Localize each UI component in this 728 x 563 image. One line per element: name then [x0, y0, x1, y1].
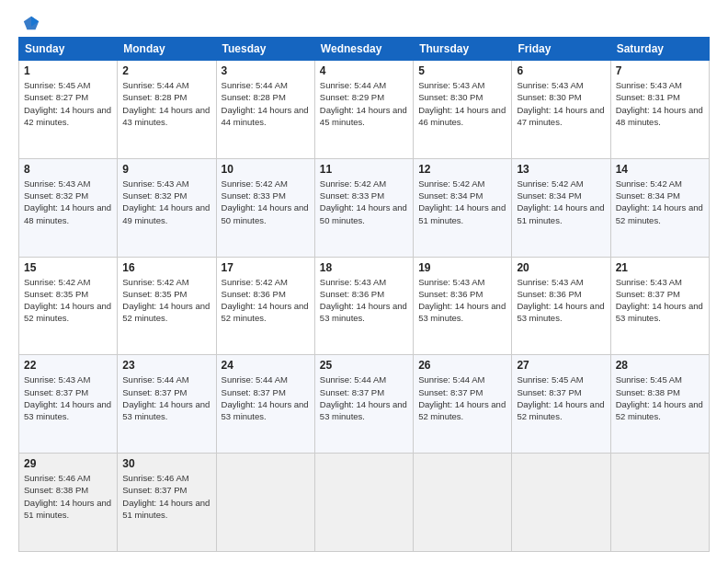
day-info: Sunrise: 5:42 AM Sunset: 8:35 PM Dayligh…: [24, 276, 112, 325]
day-number: 25: [320, 359, 408, 372]
calendar-cell: 15 Sunrise: 5:42 AM Sunset: 8:35 PM Dayl…: [19, 257, 118, 355]
day-number: 27: [517, 359, 605, 372]
calendar-body: 1 Sunrise: 5:45 AM Sunset: 8:27 PM Dayli…: [19, 61, 710, 552]
day-info: Sunrise: 5:43 AM Sunset: 8:36 PM Dayligh…: [418, 276, 506, 325]
day-info: Sunrise: 5:44 AM Sunset: 8:29 PM Dayligh…: [320, 79, 408, 128]
day-number: 19: [418, 261, 506, 274]
day-info: Sunrise: 5:42 AM Sunset: 8:34 PM Dayligh…: [517, 178, 605, 226]
day-number: 7: [616, 64, 704, 77]
calendar-cell: 20 Sunrise: 5:43 AM Sunset: 8:36 PM Dayl…: [512, 257, 610, 355]
logo-flag-icon: [22, 15, 40, 33]
calendar-cell: [414, 454, 512, 552]
calendar-cell: 6 Sunrise: 5:43 AM Sunset: 8:30 PM Dayli…: [512, 61, 610, 159]
day-info: Sunrise: 5:43 AM Sunset: 8:30 PM Dayligh…: [418, 79, 506, 128]
calendar-cell: 16 Sunrise: 5:42 AM Sunset: 8:35 PM Dayl…: [118, 257, 216, 355]
day-info: Sunrise: 5:43 AM Sunset: 8:36 PM Dayligh…: [517, 276, 605, 325]
day-info: Sunrise: 5:42 AM Sunset: 8:36 PM Dayligh…: [222, 276, 310, 325]
calendar-cell: 12 Sunrise: 5:42 AM Sunset: 8:34 PM Dayl…: [414, 158, 512, 257]
day-info: Sunrise: 5:42 AM Sunset: 8:34 PM Dayligh…: [616, 178, 704, 226]
day-info: Sunrise: 5:44 AM Sunset: 8:28 PM Dayligh…: [222, 79, 310, 128]
day-number: 30: [122, 457, 210, 470]
calendar-table: SundayMondayTuesdayWednesdayThursdayFrid…: [18, 37, 710, 552]
calendar-week-2: 8 Sunrise: 5:43 AM Sunset: 8:32 PM Dayli…: [19, 158, 710, 257]
day-number: 11: [320, 163, 408, 176]
calendar-cell: 29 Sunrise: 5:46 AM Sunset: 8:38 PM Dayl…: [19, 454, 118, 552]
calendar-week-1: 1 Sunrise: 5:45 AM Sunset: 8:27 PM Dayli…: [19, 61, 710, 159]
day-info: Sunrise: 5:43 AM Sunset: 8:37 PM Dayligh…: [24, 373, 112, 422]
page: SundayMondayTuesdayWednesdayThursdayFrid…: [0, 0, 728, 563]
day-info: Sunrise: 5:42 AM Sunset: 8:35 PM Dayligh…: [122, 276, 210, 325]
calendar-cell: 23 Sunrise: 5:44 AM Sunset: 8:37 PM Dayl…: [118, 355, 216, 454]
day-info: Sunrise: 5:43 AM Sunset: 8:32 PM Dayligh…: [24, 178, 112, 226]
day-info: Sunrise: 5:42 AM Sunset: 8:33 PM Dayligh…: [222, 178, 310, 226]
day-info: Sunrise: 5:42 AM Sunset: 8:33 PM Dayligh…: [320, 178, 408, 226]
calendar-cell: 27 Sunrise: 5:45 AM Sunset: 8:37 PM Dayl…: [512, 355, 610, 454]
day-info: Sunrise: 5:45 AM Sunset: 8:38 PM Dayligh…: [616, 373, 704, 422]
day-number: 21: [616, 261, 704, 274]
day-number: 8: [24, 163, 112, 176]
day-header-monday: Monday: [118, 38, 216, 61]
calendar-week-4: 22 Sunrise: 5:43 AM Sunset: 8:37 PM Dayl…: [19, 355, 710, 454]
day-number: 28: [616, 359, 704, 372]
day-info: Sunrise: 5:44 AM Sunset: 8:37 PM Dayligh…: [122, 373, 210, 422]
calendar-cell: 10 Sunrise: 5:42 AM Sunset: 8:33 PM Dayl…: [216, 158, 314, 257]
calendar-cell: 3 Sunrise: 5:44 AM Sunset: 8:28 PM Dayli…: [216, 61, 314, 159]
calendar-cell: 1 Sunrise: 5:45 AM Sunset: 8:27 PM Dayli…: [19, 61, 118, 159]
calendar-cell: 5 Sunrise: 5:43 AM Sunset: 8:30 PM Dayli…: [414, 61, 512, 159]
calendar-header-row: SundayMondayTuesdayWednesdayThursdayFrid…: [19, 38, 710, 61]
day-header-thursday: Thursday: [414, 38, 512, 61]
day-info: Sunrise: 5:42 AM Sunset: 8:34 PM Dayligh…: [418, 178, 506, 226]
day-info: Sunrise: 5:43 AM Sunset: 8:32 PM Dayligh…: [122, 178, 210, 226]
day-number: 15: [24, 261, 112, 274]
calendar-cell: 24 Sunrise: 5:44 AM Sunset: 8:37 PM Dayl…: [216, 355, 314, 454]
day-number: 23: [122, 359, 210, 372]
calendar-cell: 25 Sunrise: 5:44 AM Sunset: 8:37 PM Dayl…: [314, 355, 413, 454]
day-info: Sunrise: 5:44 AM Sunset: 8:37 PM Dayligh…: [418, 373, 506, 422]
calendar-week-3: 15 Sunrise: 5:42 AM Sunset: 8:35 PM Dayl…: [19, 257, 710, 355]
day-number: 5: [418, 64, 506, 77]
calendar-cell: [216, 454, 314, 552]
calendar-cell: 30 Sunrise: 5:46 AM Sunset: 8:37 PM Dayl…: [118, 454, 216, 552]
day-number: 16: [122, 261, 210, 274]
calendar-cell: 26 Sunrise: 5:44 AM Sunset: 8:37 PM Dayl…: [414, 355, 512, 454]
calendar-cell: 9 Sunrise: 5:43 AM Sunset: 8:32 PM Dayli…: [118, 158, 216, 257]
day-info: Sunrise: 5:45 AM Sunset: 8:37 PM Dayligh…: [517, 373, 605, 422]
day-number: 18: [320, 261, 408, 274]
day-number: 1: [24, 64, 112, 77]
day-number: 26: [418, 359, 506, 372]
day-info: Sunrise: 5:46 AM Sunset: 8:37 PM Dayligh…: [122, 472, 210, 521]
day-info: Sunrise: 5:43 AM Sunset: 8:36 PM Dayligh…: [320, 276, 408, 325]
day-number: 9: [122, 163, 210, 176]
day-header-sunday: Sunday: [19, 38, 118, 61]
calendar-cell: 19 Sunrise: 5:43 AM Sunset: 8:36 PM Dayl…: [414, 257, 512, 355]
calendar-cell: 8 Sunrise: 5:43 AM Sunset: 8:32 PM Dayli…: [19, 158, 118, 257]
day-number: 14: [616, 163, 704, 176]
day-info: Sunrise: 5:43 AM Sunset: 8:31 PM Dayligh…: [616, 79, 704, 128]
day-number: 17: [222, 261, 310, 274]
day-info: Sunrise: 5:43 AM Sunset: 8:37 PM Dayligh…: [616, 276, 704, 325]
day-info: Sunrise: 5:44 AM Sunset: 8:28 PM Dayligh…: [122, 79, 210, 128]
calendar-cell: 18 Sunrise: 5:43 AM Sunset: 8:36 PM Dayl…: [314, 257, 413, 355]
day-number: 2: [122, 64, 210, 77]
calendar-cell: 28 Sunrise: 5:45 AM Sunset: 8:38 PM Dayl…: [610, 355, 709, 454]
day-info: Sunrise: 5:46 AM Sunset: 8:38 PM Dayligh…: [24, 472, 112, 521]
day-header-saturday: Saturday: [610, 38, 709, 61]
calendar-cell: 11 Sunrise: 5:42 AM Sunset: 8:33 PM Dayl…: [314, 158, 413, 257]
calendar-cell: [512, 454, 610, 552]
calendar-cell: 21 Sunrise: 5:43 AM Sunset: 8:37 PM Dayl…: [610, 257, 709, 355]
calendar-cell: [610, 454, 709, 552]
day-header-tuesday: Tuesday: [216, 38, 314, 61]
day-number: 20: [517, 261, 605, 274]
day-number: 29: [24, 457, 112, 470]
day-info: Sunrise: 5:44 AM Sunset: 8:37 PM Dayligh…: [320, 373, 408, 422]
calendar-cell: [314, 454, 413, 552]
day-number: 24: [222, 359, 310, 372]
day-number: 22: [24, 359, 112, 372]
day-number: 13: [517, 163, 605, 176]
day-number: 10: [222, 163, 310, 176]
calendar-cell: 4 Sunrise: 5:44 AM Sunset: 8:29 PM Dayli…: [314, 61, 413, 159]
day-header-friday: Friday: [512, 38, 610, 61]
calendar-cell: 17 Sunrise: 5:42 AM Sunset: 8:36 PM Dayl…: [216, 257, 314, 355]
day-number: 12: [418, 163, 506, 176]
day-header-wednesday: Wednesday: [314, 38, 413, 61]
